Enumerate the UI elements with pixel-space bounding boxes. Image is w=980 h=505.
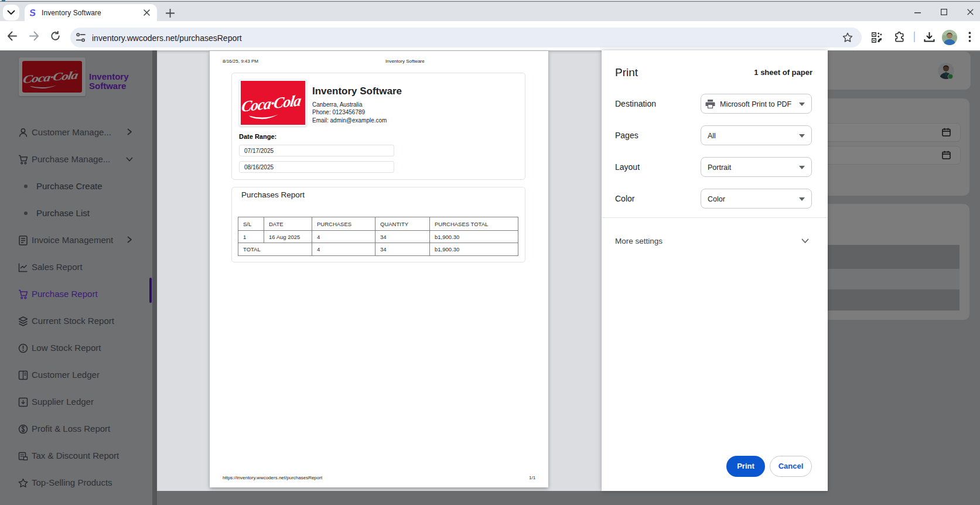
svg-text:S: S (29, 8, 36, 18)
